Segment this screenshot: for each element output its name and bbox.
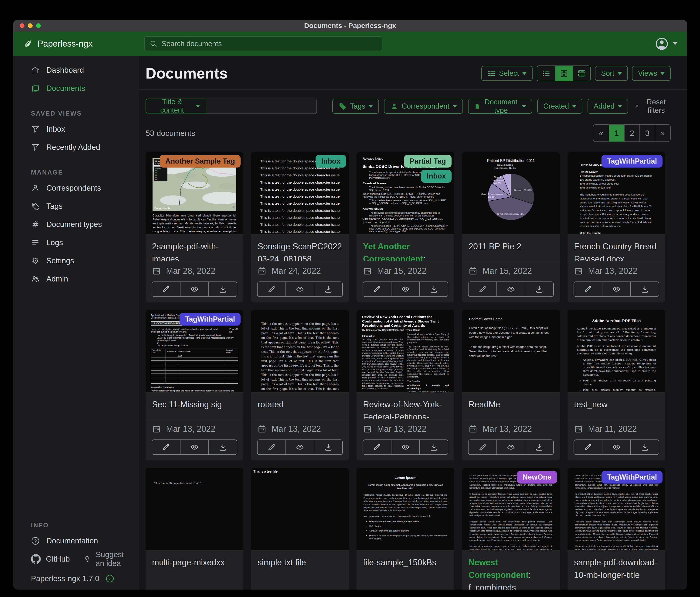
- document-thumbnail[interactable]: Adobe Acrobat PDF Files Adobe® Portable …: [568, 310, 665, 392]
- download-button[interactable]: [314, 282, 342, 296]
- download-button[interactable]: [419, 440, 448, 454]
- edit-button[interactable]: [469, 440, 497, 454]
- edit-button[interactable]: [469, 282, 497, 296]
- download-button[interactable]: [419, 282, 448, 296]
- document-thumbnail[interactable]: Lorem ipsum Lorem ipsum dolor sit amet, …: [356, 468, 454, 550]
- document-title[interactable]: Review-of-New-York-Federal-Petitions-art…: [363, 398, 448, 419]
- document-title[interactable]: French Country Bread Revised.docx: [574, 240, 659, 261]
- edit-button[interactable]: [574, 440, 602, 454]
- pagination-page-3[interactable]: 3: [640, 125, 655, 141]
- tag-badge[interactable]: TagWithPartial: [179, 313, 241, 326]
- tag-badge[interactable]: TagWithPartial: [601, 471, 662, 483]
- document-thumbnail[interactable]: This is the text that appears on the fir…: [251, 310, 349, 392]
- edit-button[interactable]: [363, 282, 391, 296]
- view-button[interactable]: [391, 440, 419, 454]
- info-icon[interactable]: [105, 574, 114, 583]
- document-thumbnail[interactable]: Review of New York Federal Petitions for…: [356, 310, 454, 392]
- filter-created-dropdown[interactable]: Created: [537, 99, 582, 114]
- filter-correspondent-dropdown[interactable]: Correspondent: [384, 99, 463, 114]
- sidebar-item-logs[interactable]: Logs: [13, 234, 139, 252]
- sidebar-item-document-types[interactable]: # Document types: [13, 215, 139, 234]
- document-title[interactable]: rotated: [257, 398, 342, 411]
- edit-button[interactable]: [363, 440, 391, 454]
- document-title[interactable]: test_new: [574, 398, 659, 411]
- close-window-button[interactable]: [20, 23, 24, 28]
- document-thumbnail[interactable]: This is a multi page document. Page 1.: [146, 468, 243, 550]
- document-title[interactable]: Sec 11-Missing sig: [152, 398, 237, 411]
- edit-button[interactable]: [574, 282, 602, 296]
- minimize-window-button[interactable]: [28, 23, 33, 28]
- sidebar-item-settings[interactable]: ⚙ Settings: [13, 252, 139, 270]
- brand-logo[interactable]: Paperless-ngx: [23, 39, 93, 49]
- filter-tags-dropdown[interactable]: Tags: [332, 99, 379, 114]
- document-title[interactable]: sample-pdf-download-10-mb-longer-title: [574, 556, 659, 581]
- search-input[interactable]: [161, 39, 377, 48]
- document-title[interactable]: Newest Correspondent: f_combineds: [469, 556, 553, 590]
- download-button[interactable]: [208, 440, 237, 454]
- tag-badge[interactable]: Inbox: [316, 155, 346, 168]
- list-view-button[interactable]: [537, 66, 555, 81]
- document-thumbnail[interactable]: Patient BP Distribution 2011 Normal, 151…: [462, 152, 560, 234]
- global-search[interactable]: [144, 37, 382, 51]
- document-title[interactable]: 2sample-pdf-with-images: [152, 240, 237, 261]
- document-thumbnail[interactable]: This is a test file.: [251, 468, 349, 550]
- detail-view-button[interactable]: [573, 66, 590, 81]
- pagination-page-1[interactable]: 1: [609, 125, 624, 141]
- document-title[interactable]: file-sample_150kBs: [363, 556, 448, 569]
- document-title[interactable]: 2011 BP Pie 2: [469, 240, 553, 253]
- edit-button[interactable]: [257, 440, 285, 454]
- view-button[interactable]: [497, 282, 525, 296]
- view-button[interactable]: [602, 282, 630, 296]
- pagination-next[interactable]: »: [655, 125, 670, 141]
- sidebar-item-inbox[interactable]: Inbox: [13, 120, 139, 138]
- user-menu[interactable]: [655, 37, 677, 51]
- pagination-prev[interactable]: «: [593, 125, 609, 141]
- views-button[interactable]: Views: [632, 66, 671, 81]
- sidebar-item-recently-added[interactable]: Recently Added: [13, 138, 139, 157]
- download-button[interactable]: [314, 440, 342, 454]
- sidebar-item-suggest-idea[interactable]: Suggest an idea: [84, 550, 134, 568]
- download-button[interactable]: [630, 282, 659, 296]
- filter-added-dropdown[interactable]: Added: [588, 99, 628, 114]
- pagination-page-2[interactable]: 2: [624, 125, 640, 141]
- document-title[interactable]: Yet Another Correspondent: Testing Email: [363, 240, 448, 261]
- edit-button[interactable]: [152, 282, 180, 296]
- view-button[interactable]: [602, 440, 630, 454]
- edit-button[interactable]: [257, 282, 285, 296]
- download-button[interactable]: [525, 440, 553, 454]
- sidebar-item-documents[interactable]: Documents: [13, 79, 139, 97]
- select-button[interactable]: Select: [481, 66, 532, 81]
- sidebar-item-correspondents[interactable]: Correspondents: [13, 179, 139, 197]
- view-button[interactable]: [285, 440, 314, 454]
- filter-field-dropdown[interactable]: Title & content: [146, 99, 206, 114]
- edit-button[interactable]: [152, 440, 180, 454]
- view-button[interactable]: [180, 440, 208, 454]
- correspondent-link[interactable]: Yet Another Correspondent: [363, 242, 423, 261]
- view-button[interactable]: [391, 282, 419, 296]
- filter-text-input[interactable]: [206, 99, 317, 114]
- download-button[interactable]: [208, 282, 237, 296]
- document-title[interactable]: ReadMe: [469, 398, 553, 411]
- zoom-window-button[interactable]: [36, 23, 41, 28]
- tag-badge[interactable]: Another Sample Tag: [160, 155, 241, 168]
- document-title[interactable]: Sonstige ScanPC2022 03-24_081058: [257, 240, 342, 261]
- tag-badge[interactable]: TagWithPartial: [601, 155, 662, 168]
- download-button[interactable]: [525, 282, 553, 296]
- sidebar-item-dashboard[interactable]: Dashboard: [13, 61, 139, 79]
- sort-button[interactable]: Sort: [595, 66, 628, 81]
- reset-filters-button[interactable]: Reset filters: [633, 98, 671, 115]
- sidebar-item-documentation[interactable]: Documentation: [13, 532, 139, 550]
- grid-view-button[interactable]: [555, 66, 573, 81]
- sidebar-item-admin[interactable]: Admin: [13, 270, 139, 288]
- tag-badge[interactable]: Partial Tag: [404, 155, 452, 168]
- filter-doctype-dropdown[interactable]: Document type: [468, 99, 532, 114]
- document-title[interactable]: multi-page-mixedxx: [152, 556, 237, 569]
- document-thumbnail[interactable]: Contact Sheet Demo Given a set of image …: [462, 310, 560, 392]
- download-button[interactable]: [630, 440, 659, 454]
- tag-badge[interactable]: NewOne: [517, 471, 557, 483]
- correspondent-link[interactable]: Newest Correspondent: [469, 558, 529, 580]
- tag-badge[interactable]: Inbox: [421, 170, 452, 183]
- sidebar-item-tags[interactable]: Tags: [13, 197, 139, 215]
- view-button[interactable]: [285, 282, 314, 296]
- document-title[interactable]: simple txt file: [257, 556, 342, 569]
